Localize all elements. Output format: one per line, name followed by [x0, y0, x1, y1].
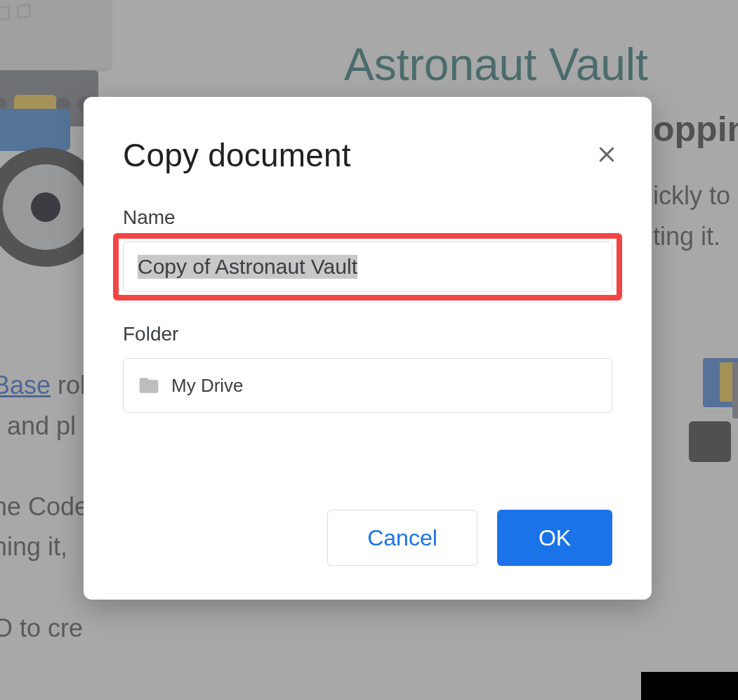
folder-label: Folder: [123, 323, 612, 345]
ok-button[interactable]: OK: [497, 510, 612, 566]
folder-icon: [138, 374, 160, 397]
name-input[interactable]: [123, 242, 612, 292]
close-button[interactable]: [591, 140, 622, 171]
bottom-right-strip: [641, 672, 738, 700]
folder-name: My Drive: [171, 375, 244, 397]
name-label: Name: [123, 206, 612, 229]
folder-picker[interactable]: My Drive: [123, 358, 612, 413]
close-icon: [596, 144, 617, 168]
copy-document-dialog: Copy document Name Folder My Drive Cance…: [84, 97, 652, 600]
dialog-title: Copy document: [123, 136, 612, 174]
dialog-buttons: Cancel OK: [327, 510, 612, 566]
cancel-button[interactable]: Cancel: [327, 510, 477, 566]
